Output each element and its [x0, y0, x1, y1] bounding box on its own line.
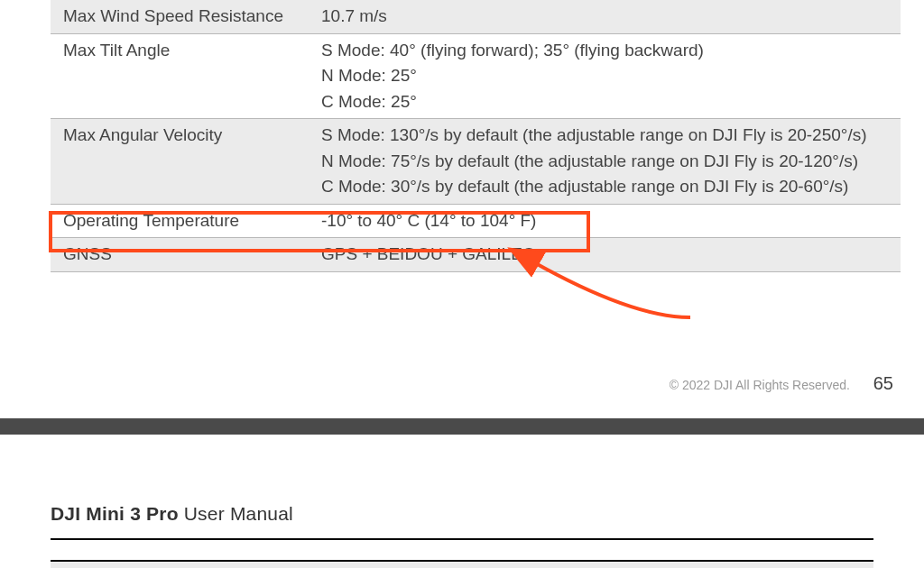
specs-table-2: Hovering Accuracy Range Vertical: Vision… [51, 560, 873, 568]
spec-label: Operating Temperature [51, 204, 309, 238]
manual-title-suffix: User Manual [179, 503, 293, 524]
specs-table: Max Wind Speed Resistance 10.7 m/s Max T… [51, 0, 901, 272]
spec-label: GNSS [51, 238, 309, 272]
table-row: Max Tilt Angle S Mode: 40° (flying forwa… [51, 33, 901, 119]
page-number: 65 [873, 373, 893, 393]
spec-label: Hovering Accuracy Range [51, 561, 300, 568]
table-row: GNSS GPS + BEIDOU + GALILEO [51, 238, 901, 272]
spec-value: -10° to 40° C (14° to 104° F) [309, 204, 901, 238]
manual-title: DJI Mini 3 Pro User Manual [51, 499, 873, 541]
table-row: Operating Temperature -10° to 40° C (14°… [51, 204, 901, 238]
table-row: Max Angular Velocity S Mode: 130°/s by d… [51, 119, 901, 205]
page-divider [0, 418, 924, 435]
table-row: Hovering Accuracy Range Vertical: Vision… [51, 561, 873, 568]
spec-value: Vertical: Vision Positioning: ±0.1 m GNS… [300, 561, 873, 568]
spec-label: Max Angular Velocity [51, 119, 309, 205]
spec-value: 10.7 m/s [309, 0, 901, 33]
spec-label: Max Wind Speed Resistance [51, 0, 309, 33]
spec-label: Max Tilt Angle [51, 33, 309, 119]
page-2: DJI Mini 3 Pro User Manual Hovering Accu… [0, 435, 924, 569]
table-row: Max Wind Speed Resistance 10.7 m/s [51, 0, 901, 33]
copyright-text: © 2022 DJI All Rights Reserved. [670, 378, 850, 392]
page-1: Max Wind Speed Resistance 10.7 m/s Max T… [0, 0, 924, 417]
spec-value: GPS + BEIDOU + GALILEO [309, 238, 901, 272]
specs-table-wrap: Max Wind Speed Resistance 10.7 m/s Max T… [0, 0, 924, 272]
page-footer: © 2022 DJI All Rights Reserved. 65 [0, 272, 924, 417]
manual-title-product: DJI Mini 3 Pro [51, 503, 179, 524]
spec-value: S Mode: 130°/s by default (the adjustabl… [309, 119, 901, 205]
spec-value: S Mode: 40° (flying forward); 35° (flyin… [309, 33, 901, 119]
